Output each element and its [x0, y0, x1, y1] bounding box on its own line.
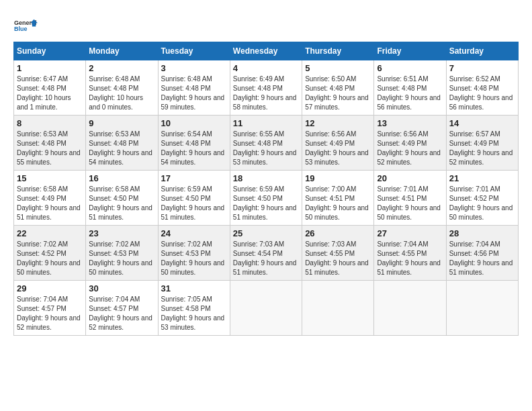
day-info: Sunrise: 6:48 AMSunset: 4:48 PMDaylight:…: [161, 75, 227, 112]
logo: General Blue: [13, 13, 38, 38]
day-info: Sunrise: 7:04 AMSunset: 4:55 PMDaylight:…: [377, 240, 443, 277]
calendar-cell: 1 Sunrise: 6:47 AMSunset: 4:48 PMDayligh…: [14, 60, 86, 116]
day-info: Sunrise: 6:52 AMSunset: 4:48 PMDaylight:…: [449, 75, 515, 112]
page: General Blue SundayMondayTuesdayWednesda…: [0, 0, 532, 342]
day-info: Sunrise: 7:03 AMSunset: 4:55 PMDaylight:…: [305, 240, 371, 277]
day-number: 25: [233, 228, 299, 238]
day-info: Sunrise: 6:58 AMSunset: 4:49 PMDaylight:…: [17, 185, 83, 222]
day-number: 23: [89, 228, 154, 238]
calendar-cell: [302, 281, 374, 336]
day-number: 7: [449, 63, 515, 73]
calendar-cell: 19 Sunrise: 7:00 AMSunset: 4:51 PMDaylig…: [302, 171, 374, 226]
calendar-cell: 29 Sunrise: 7:04 AMSunset: 4:57 PMDaylig…: [14, 281, 86, 336]
calendar-cell: 22 Sunrise: 7:02 AMSunset: 4:52 PMDaylig…: [14, 226, 86, 281]
logo-svg: General Blue: [13, 13, 38, 38]
day-number: 17: [161, 173, 227, 183]
calendar-cell: 10 Sunrise: 6:54 AMSunset: 4:48 PMDaylig…: [158, 116, 230, 171]
day-info: Sunrise: 6:56 AMSunset: 4:49 PMDaylight:…: [305, 130, 371, 167]
day-info: Sunrise: 6:49 AMSunset: 4:48 PMDaylight:…: [233, 75, 299, 112]
day-info: Sunrise: 6:51 AMSunset: 4:48 PMDaylight:…: [377, 75, 443, 112]
day-info: Sunrise: 7:02 AMSunset: 4:53 PMDaylight:…: [161, 240, 227, 277]
day-number: 11: [233, 118, 299, 128]
calendar-cell: 26 Sunrise: 7:03 AMSunset: 4:55 PMDaylig…: [302, 226, 374, 281]
day-number: 9: [89, 118, 154, 128]
day-info: Sunrise: 7:03 AMSunset: 4:54 PMDaylight:…: [233, 240, 299, 277]
calendar-cell: 12 Sunrise: 6:56 AMSunset: 4:49 PMDaylig…: [302, 116, 374, 171]
weekday-header-wednesday: Wednesday: [230, 42, 302, 60]
day-number: 12: [305, 118, 371, 128]
week-row-4: 22 Sunrise: 7:02 AMSunset: 4:52 PMDaylig…: [14, 226, 519, 281]
day-info: Sunrise: 6:55 AMSunset: 4:48 PMDaylight:…: [233, 130, 299, 167]
calendar-cell: [446, 281, 518, 336]
day-info: Sunrise: 6:48 AMSunset: 4:48 PMDaylight:…: [89, 75, 154, 112]
calendar-cell: 21 Sunrise: 7:01 AMSunset: 4:52 PMDaylig…: [446, 171, 518, 226]
weekday-header-row: SundayMondayTuesdayWednesdayThursdayFrid…: [14, 42, 519, 60]
day-number: 2: [89, 63, 154, 73]
week-row-2: 8 Sunrise: 6:53 AMSunset: 4:48 PMDayligh…: [14, 116, 519, 171]
calendar-cell: 2 Sunrise: 6:48 AMSunset: 4:48 PMDayligh…: [86, 60, 158, 116]
day-info: Sunrise: 6:57 AMSunset: 4:49 PMDaylight:…: [449, 130, 515, 167]
day-number: 24: [161, 228, 227, 238]
calendar-cell: 6 Sunrise: 6:51 AMSunset: 4:48 PMDayligh…: [374, 60, 446, 116]
weekday-header-friday: Friday: [374, 42, 446, 60]
day-info: Sunrise: 7:02 AMSunset: 4:53 PMDaylight:…: [89, 240, 154, 277]
weekday-header-tuesday: Tuesday: [158, 42, 230, 60]
calendar-table: SundayMondayTuesdayWednesdayThursdayFrid…: [13, 42, 519, 336]
calendar-cell: 5 Sunrise: 6:50 AMSunset: 4:48 PMDayligh…: [302, 60, 374, 116]
day-number: 10: [161, 118, 227, 128]
calendar-cell: 4 Sunrise: 6:49 AMSunset: 4:48 PMDayligh…: [230, 60, 302, 116]
calendar-cell: 15 Sunrise: 6:58 AMSunset: 4:49 PMDaylig…: [14, 171, 86, 226]
day-info: Sunrise: 7:01 AMSunset: 4:51 PMDaylight:…: [377, 185, 443, 222]
day-info: Sunrise: 6:56 AMSunset: 4:49 PMDaylight:…: [377, 130, 443, 167]
day-number: 15: [17, 173, 83, 183]
day-number: 1: [17, 63, 83, 73]
week-row-5: 29 Sunrise: 7:04 AMSunset: 4:57 PMDaylig…: [14, 281, 519, 336]
day-info: Sunrise: 6:50 AMSunset: 4:48 PMDaylight:…: [305, 75, 371, 112]
day-number: 4: [233, 63, 299, 73]
calendar-cell: 31 Sunrise: 7:05 AMSunset: 4:58 PMDaylig…: [158, 281, 230, 336]
day-number: 22: [17, 228, 83, 238]
calendar-cell: [374, 281, 446, 336]
day-info: Sunrise: 7:04 AMSunset: 4:57 PMDaylight:…: [17, 295, 83, 332]
calendar-cell: 24 Sunrise: 7:02 AMSunset: 4:53 PMDaylig…: [158, 226, 230, 281]
day-info: Sunrise: 7:00 AMSunset: 4:51 PMDaylight:…: [305, 185, 371, 222]
day-number: 18: [233, 173, 299, 183]
day-number: 3: [161, 63, 227, 73]
day-number: 19: [305, 173, 371, 183]
day-number: 6: [377, 63, 443, 73]
day-number: 31: [161, 283, 227, 293]
day-number: 8: [17, 118, 83, 128]
calendar-cell: 18 Sunrise: 6:59 AMSunset: 4:50 PMDaylig…: [230, 171, 302, 226]
calendar-cell: 25 Sunrise: 7:03 AMSunset: 4:54 PMDaylig…: [230, 226, 302, 281]
calendar-cell: 30 Sunrise: 7:04 AMSunset: 4:57 PMDaylig…: [86, 281, 158, 336]
calendar-body: 1 Sunrise: 6:47 AMSunset: 4:48 PMDayligh…: [14, 60, 519, 336]
calendar-cell: 13 Sunrise: 6:56 AMSunset: 4:49 PMDaylig…: [374, 116, 446, 171]
day-number: 14: [449, 118, 515, 128]
day-number: 16: [89, 173, 154, 183]
calendar-cell: 20 Sunrise: 7:01 AMSunset: 4:51 PMDaylig…: [374, 171, 446, 226]
calendar-cell: 8 Sunrise: 6:53 AMSunset: 4:48 PMDayligh…: [14, 116, 86, 171]
day-number: 30: [89, 283, 154, 293]
week-row-1: 1 Sunrise: 6:47 AMSunset: 4:48 PMDayligh…: [14, 60, 519, 116]
day-info: Sunrise: 7:04 AMSunset: 4:57 PMDaylight:…: [89, 295, 154, 332]
day-number: 28: [449, 228, 515, 238]
calendar-cell: 14 Sunrise: 6:57 AMSunset: 4:49 PMDaylig…: [446, 116, 518, 171]
day-number: 5: [305, 63, 371, 73]
weekday-header-saturday: Saturday: [446, 42, 518, 60]
day-number: 26: [305, 228, 371, 238]
day-info: Sunrise: 6:59 AMSunset: 4:50 PMDaylight:…: [233, 185, 299, 222]
day-info: Sunrise: 6:58 AMSunset: 4:50 PMDaylight:…: [89, 185, 154, 222]
calendar-cell: 27 Sunrise: 7:04 AMSunset: 4:55 PMDaylig…: [374, 226, 446, 281]
day-info: Sunrise: 7:05 AMSunset: 4:58 PMDaylight:…: [161, 295, 227, 332]
day-info: Sunrise: 6:53 AMSunset: 4:48 PMDaylight:…: [17, 130, 83, 167]
calendar-cell: 17 Sunrise: 6:59 AMSunset: 4:50 PMDaylig…: [158, 171, 230, 226]
svg-text:Blue: Blue: [14, 26, 28, 32]
calendar-cell: 11 Sunrise: 6:55 AMSunset: 4:48 PMDaylig…: [230, 116, 302, 171]
day-info: Sunrise: 6:54 AMSunset: 4:48 PMDaylight:…: [161, 130, 227, 167]
calendar-cell: 3 Sunrise: 6:48 AMSunset: 4:48 PMDayligh…: [158, 60, 230, 116]
day-number: 29: [17, 283, 83, 293]
day-number: 21: [449, 173, 515, 183]
day-number: 27: [377, 228, 443, 238]
calendar-cell: 9 Sunrise: 6:53 AMSunset: 4:48 PMDayligh…: [86, 116, 158, 171]
day-info: Sunrise: 6:53 AMSunset: 4:48 PMDaylight:…: [89, 130, 154, 167]
